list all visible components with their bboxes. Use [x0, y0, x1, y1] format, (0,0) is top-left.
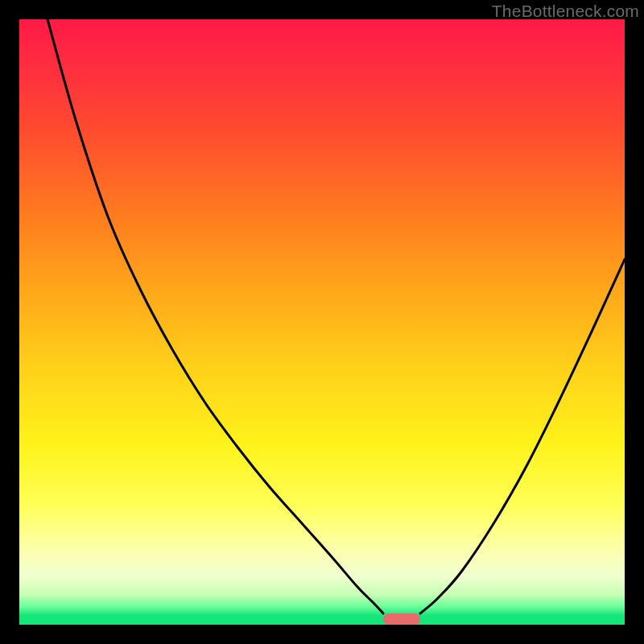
bottleneck-marker [383, 613, 420, 625]
chart-frame: TheBottleneck.com [0, 0, 644, 644]
plot-area [19, 19, 625, 625]
left-branch-path [47, 19, 383, 613]
curve-svg [19, 19, 625, 625]
right-branch-path [420, 259, 625, 613]
watermark-text: TheBottleneck.com [492, 2, 639, 21]
